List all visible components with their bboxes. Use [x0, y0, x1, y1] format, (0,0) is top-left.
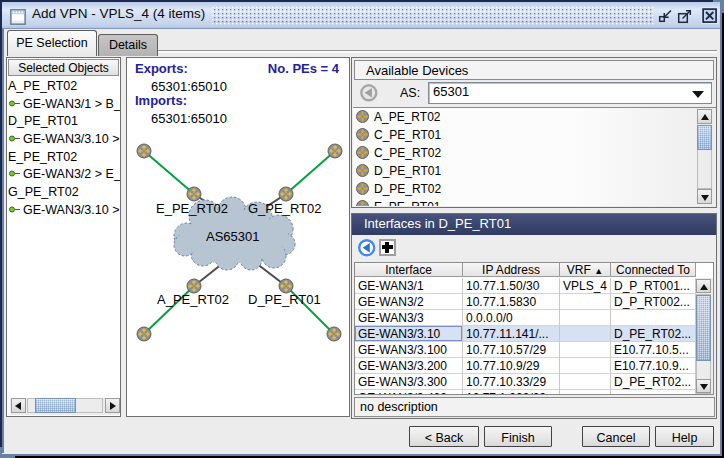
svg-text:D_PE_RT01: D_PE_RT01: [248, 292, 321, 307]
svg-text:AS65301: AS65301: [206, 229, 260, 244]
svg-text:A_PE_RT02: A_PE_RT02: [157, 292, 229, 307]
svg-text:G_PE_RT02: G_PE_RT02: [248, 201, 321, 216]
svg-text:E_PE_RT02: E_PE_RT02: [156, 201, 228, 216]
